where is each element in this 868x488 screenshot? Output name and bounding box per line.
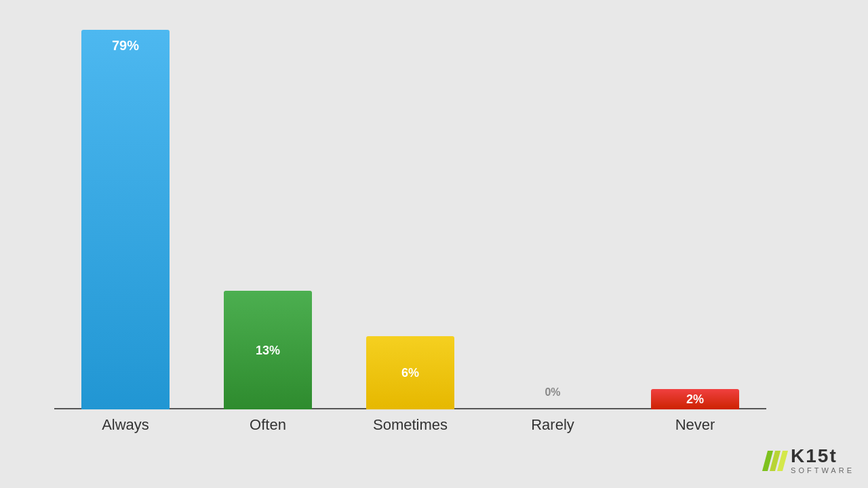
bar-never: 2% — [651, 389, 739, 409]
bar-group-never: 2% — [624, 20, 766, 409]
x-label-sometimes: Sometimes — [339, 416, 481, 434]
bar-value-sometimes: 6% — [401, 366, 419, 380]
chart-container: 79% 13% 6% 0% — [54, 20, 766, 434]
bar-wrapper-rarely: 0% — [509, 401, 597, 409]
bar-group-always: 79% — [54, 20, 197, 409]
logo-brand: K15t — [791, 447, 854, 466]
x-label-never: Never — [624, 416, 766, 434]
bars-area: 79% 13% 6% 0% — [54, 20, 766, 409]
bar-group-rarely: 0% — [481, 20, 624, 409]
bar-group-often: 13% — [197, 20, 339, 409]
x-labels: Always Often Sometimes Rarely Never — [54, 416, 766, 434]
x-label-always: Always — [54, 416, 197, 434]
bar-value-rarely: 0% — [545, 386, 560, 399]
logo-slashes — [765, 451, 785, 471]
bar-often: 13% — [224, 291, 312, 409]
bar-wrapper-sometimes: 6% — [366, 336, 454, 409]
x-label-rarely: Rarely — [481, 416, 624, 434]
bar-value-often: 13% — [256, 343, 280, 357]
logo-text: K15t SOFTWARE — [791, 447, 854, 474]
logo-sub: SOFTWARE — [791, 467, 854, 474]
bar-wrapper-always: 79% — [81, 30, 170, 409]
bar-group-sometimes: 6% — [339, 20, 481, 409]
bar-wrapper-often: 13% — [224, 291, 312, 409]
bar-value-always: 79% — [112, 38, 139, 54]
bar-value-never: 2% — [686, 392, 704, 407]
bar-sometimes: 6% — [366, 336, 454, 409]
x-label-often: Often — [197, 416, 339, 434]
logo-container: K15t SOFTWARE — [765, 447, 854, 474]
bar-rarely: 0% — [509, 401, 597, 409]
bar-wrapper-never: 2% — [651, 389, 739, 409]
bar-always: 79% — [81, 30, 170, 409]
